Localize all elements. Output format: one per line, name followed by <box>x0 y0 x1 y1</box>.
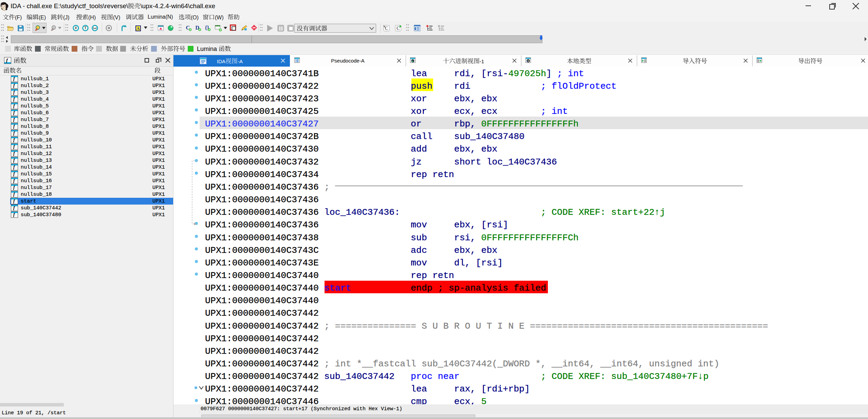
svg-text:#: # <box>75 26 77 30</box>
svg-text:T: T <box>84 26 87 30</box>
svg-text:C: C <box>396 26 400 31</box>
svg-text:C: C <box>385 26 388 31</box>
